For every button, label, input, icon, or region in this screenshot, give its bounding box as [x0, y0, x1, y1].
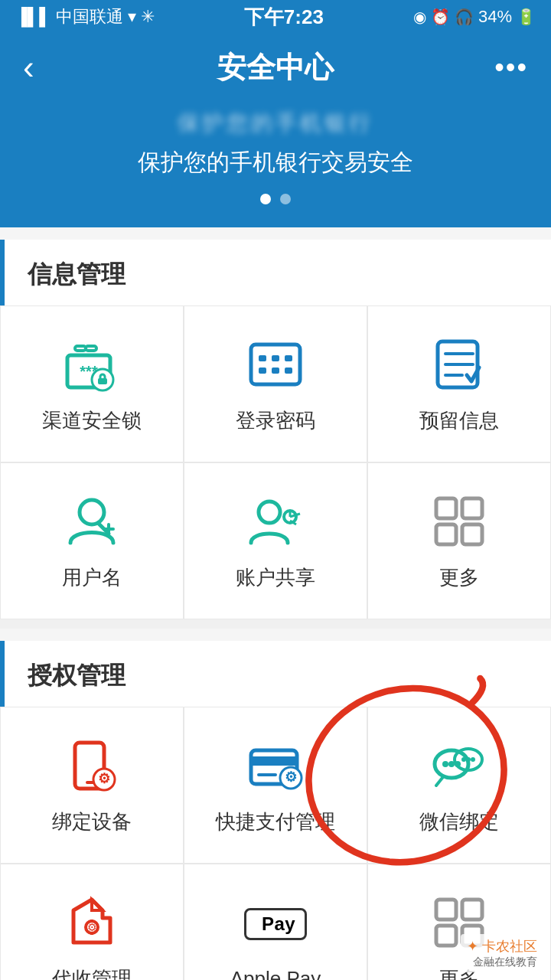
- section-auth-management: 授权管理: [0, 641, 551, 707]
- svg-point-45: [461, 757, 466, 762]
- grid-item-wechat-bind[interactable]: 微信绑定: [367, 707, 551, 864]
- time-label: 下午7:23: [244, 4, 324, 31]
- more-grid-icon-1: [429, 491, 490, 552]
- svg-point-22: [259, 501, 280, 523]
- location-icon: ◉: [413, 8, 426, 26]
- grid-item-apple-pay[interactable]: Pay Apple Pay: [184, 864, 367, 980]
- svg-rect-28: [462, 498, 482, 518]
- apple-pay-icon: Pay: [245, 893, 306, 955]
- hero-subtitle: 保护您的手机银行交易安全: [0, 147, 551, 178]
- quick-pay-icon: ⚙: [245, 735, 306, 796]
- section-title-info: 信息管理: [28, 258, 126, 292]
- section-title-auth: 授权管理: [28, 659, 126, 693]
- dots-indicator: [0, 194, 551, 204]
- svg-rect-7: [251, 345, 300, 384]
- channel-lock-label: 渠道安全锁: [42, 407, 142, 434]
- status-bar: ▐▌▌ 中国联通 ▾ ✳ 下午7:23 ◉ ⏰ 🎧 34% 🔋: [0, 0, 551, 34]
- grid-item-account-share[interactable]: 账户共享: [184, 462, 367, 619]
- svg-rect-53: [436, 900, 456, 920]
- apple-pay-label: Apple Pay: [230, 967, 321, 980]
- agent-collect-icon: ⚙: [61, 892, 122, 953]
- svg-rect-29: [436, 524, 456, 544]
- grid-item-channel-lock[interactable]: *** 渠道安全锁: [0, 305, 184, 462]
- svg-rect-8: [259, 355, 266, 361]
- bind-device-icon: ⚙: [61, 735, 122, 796]
- svg-point-18: [80, 500, 104, 524]
- svg-point-46: [466, 757, 471, 762]
- alarm-icon: ⏰: [431, 8, 450, 26]
- carrier-label: 中国联通: [56, 5, 123, 28]
- grid-item-bind-device[interactable]: ⚙ 绑定设备: [0, 707, 184, 864]
- grid-item-reserved-info[interactable]: 预留信息: [367, 305, 551, 462]
- svg-rect-36: [251, 756, 297, 766]
- account-share-label: 账户共享: [236, 564, 315, 591]
- svg-rect-30: [462, 524, 482, 544]
- divider-1: [0, 619, 551, 629]
- svg-text:⚙: ⚙: [98, 771, 110, 786]
- hero-blurred-text: 保护您的手机银行: [0, 109, 551, 138]
- wechat-icon: [429, 735, 490, 796]
- wechat-bind-label: 微信绑定: [419, 808, 499, 835]
- quick-pay-label: 快捷支付管理: [216, 808, 335, 835]
- svg-rect-11: [259, 368, 266, 374]
- signal-icon: ▐▌▌: [15, 7, 51, 27]
- back-button[interactable]: ‹: [23, 48, 69, 87]
- grid-item-more-1[interactable]: 更多: [367, 462, 551, 619]
- headphone-icon: 🎧: [455, 8, 474, 26]
- username-label: 用户名: [62, 564, 122, 591]
- svg-rect-54: [462, 900, 482, 920]
- login-password-icon: [245, 334, 306, 395]
- nav-bar: ‹ 安全中心 •••: [0, 34, 551, 101]
- reserved-info-label: 预留信息: [419, 407, 499, 434]
- svg-point-47: [471, 757, 475, 762]
- svg-text:⚙: ⚙: [87, 921, 97, 933]
- dot-1[interactable]: [260, 194, 271, 204]
- info-management-grid: *** 渠道安全锁 登录密码: [0, 305, 551, 619]
- dot-2[interactable]: [280, 194, 291, 204]
- svg-rect-55: [436, 926, 456, 946]
- username-icon: [61, 491, 122, 552]
- hero-banner: 保护您的手机银行 保护您的手机银行交易安全: [0, 101, 551, 227]
- grid-item-agent-collect[interactable]: ⚙ 代收管理: [0, 864, 184, 980]
- bind-device-label: 绑定设备: [52, 808, 132, 835]
- grid-item-username[interactable]: 用户名: [0, 462, 184, 619]
- status-left: ▐▌▌ 中国联通 ▾ ✳: [15, 5, 155, 28]
- battery-icon: 🔋: [517, 8, 536, 26]
- battery-label: 34%: [478, 7, 512, 27]
- channel-lock-icon: ***: [61, 334, 122, 395]
- status-right: ◉ ⏰ 🎧 34% 🔋: [413, 7, 536, 27]
- svg-rect-12: [272, 368, 279, 374]
- watermark-line2: 金融在线教育: [467, 956, 537, 969]
- agent-collect-label: 代收管理: [52, 965, 132, 980]
- reserved-info-icon: [429, 334, 490, 395]
- svg-rect-13: [285, 368, 292, 374]
- svg-line-25: [290, 514, 300, 517]
- svg-rect-1: [75, 346, 86, 351]
- svg-text:⚙: ⚙: [285, 769, 297, 785]
- login-password-label: 登录密码: [236, 407, 315, 434]
- svg-rect-27: [436, 498, 456, 518]
- watermark-line1: ✦ 卡农社区: [467, 937, 537, 956]
- grid-item-quick-pay[interactable]: ⚙ 快捷支付管理: [184, 707, 367, 864]
- svg-point-41: [442, 761, 448, 767]
- more-1-label: 更多: [439, 564, 479, 591]
- page-title: 安全中心: [69, 48, 482, 87]
- wifi-icon: ▾: [128, 7, 136, 27]
- watermark: ✦ 卡农社区 金融在线教育: [461, 934, 543, 972]
- extra-icon: ✳: [141, 7, 155, 27]
- svg-rect-10: [285, 355, 292, 361]
- section-info-management: 信息管理: [0, 240, 551, 305]
- apple-pay-box: Pay: [244, 908, 307, 940]
- more-button[interactable]: •••: [482, 51, 528, 83]
- account-share-icon: [245, 491, 306, 552]
- svg-rect-2: [86, 346, 96, 351]
- grid-item-login-password[interactable]: 登录密码: [184, 305, 367, 462]
- svg-rect-9: [272, 355, 279, 361]
